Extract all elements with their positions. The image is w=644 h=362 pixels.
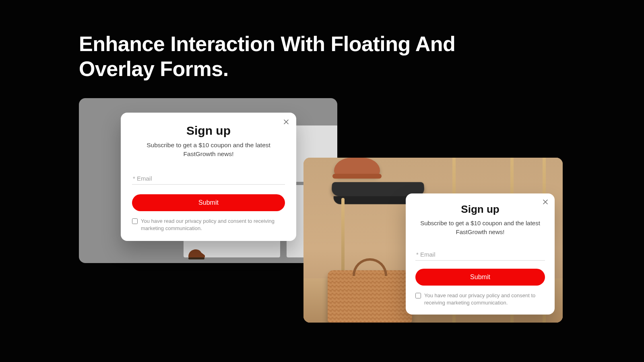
consent-text: You have read our privacy policy and con…: [424, 292, 545, 306]
signup-modal-floating: Sign up Subscribe to get a $10 coupon an…: [406, 193, 555, 315]
consent-row[interactable]: You have read our privacy policy and con…: [132, 218, 285, 232]
consent-row[interactable]: You have read our privacy policy and con…: [415, 292, 545, 306]
bag-prop: [328, 270, 412, 323]
email-field[interactable]: [415, 249, 545, 261]
submit-button[interactable]: Submit: [132, 194, 285, 211]
svg-rect-0: [188, 257, 204, 259]
consent-checkbox[interactable]: [132, 218, 138, 224]
close-icon[interactable]: [282, 117, 291, 126]
submit-button[interactable]: Submit: [415, 269, 545, 286]
floating-demo-panel: Sign up Subscribe to get a $10 coupon an…: [303, 158, 563, 323]
email-field[interactable]: [132, 173, 285, 185]
modal-title: Sign up: [415, 203, 545, 216]
modal-title: Sign up: [132, 124, 285, 138]
close-icon[interactable]: [541, 197, 550, 206]
page-headline: Enhance Interaction With Floating And Ov…: [79, 31, 506, 82]
product-thumb: [187, 247, 206, 261]
modal-subtitle: Subscribe to get a $10 coupon and the la…: [415, 219, 545, 237]
consent-text: You have read our privacy policy and con…: [141, 218, 285, 232]
signup-modal-overlay: Sign up Subscribe to get a $10 coupon an…: [121, 113, 296, 241]
lamp-shade: [334, 158, 380, 176]
consent-checkbox[interactable]: [415, 293, 421, 298]
modal-subtitle: Subscribe to get a $10 coupon and the la…: [132, 141, 285, 159]
